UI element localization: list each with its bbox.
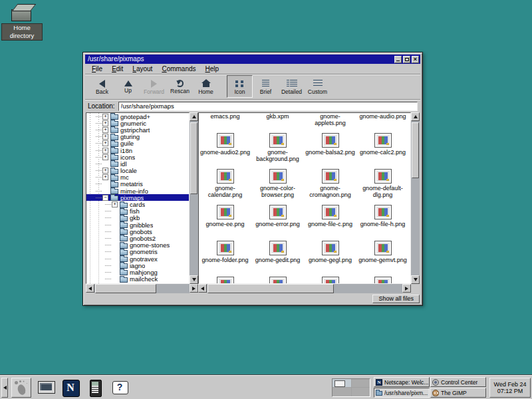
scroll-right-button[interactable] xyxy=(190,284,198,293)
show-all-files-button[interactable]: Show all files xyxy=(372,295,420,303)
expand-icon[interactable]: + xyxy=(112,201,118,207)
workspace-2[interactable] xyxy=(352,379,370,388)
minimize-button[interactable] xyxy=(394,56,402,63)
file-gnome-file-c-png[interactable]: gnome-file-c.png xyxy=(304,203,356,239)
tree-item-gnotravex[interactable]: gnotravex xyxy=(86,255,189,262)
tree-item-icons[interactable]: +icons xyxy=(86,154,189,160)
location-input[interactable] xyxy=(118,102,418,111)
files-vertical-scrollbar[interactable] xyxy=(411,112,420,284)
terminal-button[interactable] xyxy=(36,378,56,398)
file-gkb-xpm[interactable]: gkb.xpm xyxy=(251,112,304,132)
workspace-3[interactable] xyxy=(332,388,351,396)
scroll-left-button[interactable] xyxy=(198,284,207,293)
workspace-4[interactable] xyxy=(352,388,370,396)
file-emacs-png[interactable]: emacs.png xyxy=(199,112,251,132)
panel-hide-left-button[interactable] xyxy=(1,378,8,398)
scroll-down-button[interactable] xyxy=(411,275,420,284)
file-gnome-cromagnon-png[interactable]: gnome-cromagnon.png xyxy=(304,168,356,203)
tree-item-mahjongg[interactable]: mahjongg xyxy=(86,269,189,275)
scrollbar-track[interactable] xyxy=(190,121,198,275)
tree-horizontal-scrollbar[interactable] xyxy=(86,284,198,293)
file-gnome-default-dlg-png[interactable]: gnome-default-dlg.png xyxy=(356,168,409,203)
icon-button[interactable]: Icon xyxy=(227,75,253,98)
menu-commands[interactable]: Commands xyxy=(157,65,200,73)
menu-layout[interactable]: Layout xyxy=(128,65,157,73)
expand-icon[interactable]: + xyxy=(102,134,108,140)
expand-icon[interactable]: + xyxy=(102,174,108,180)
tree-item-fish[interactable]: fish xyxy=(86,208,189,215)
tree-item-idl[interactable]: idl xyxy=(86,160,189,167)
tree-item-gnobots2[interactable]: gnobots2 xyxy=(86,235,189,241)
tree-item-pixmaps[interactable]: −pixmaps xyxy=(86,194,189,201)
task-the-gimp[interactable]: The GIMP xyxy=(430,388,486,398)
brief-button[interactable]: Brief xyxy=(253,75,279,98)
tree-item-locale[interactable]: +locale xyxy=(86,168,189,174)
file-gnome-audio2-png[interactable]: gnome-audio2.png xyxy=(199,132,251,168)
tree-item-gnobots[interactable]: gnobots xyxy=(86,228,189,235)
file-gnome-gegl-png[interactable]: gnome-gegl.png xyxy=(304,239,356,275)
scrollbar-thumb[interactable] xyxy=(412,122,419,178)
menu-help[interactable]: Help xyxy=(201,65,224,73)
workspace-1[interactable] xyxy=(332,379,351,388)
custom-button[interactable]: Custom xyxy=(305,75,331,98)
file-gnome-error-png[interactable]: gnome-error.png xyxy=(251,203,304,239)
tree-item-gkb[interactable]: gkb xyxy=(86,215,189,221)
expand-icon[interactable]: + xyxy=(102,168,108,174)
files-horizontal-scrollbar[interactable] xyxy=(198,284,411,293)
help-button[interactable] xyxy=(110,378,130,398)
gnome-menu-button[interactable] xyxy=(11,378,31,398)
file-gnome-balsa2-png[interactable]: gnome-balsa2.png xyxy=(304,132,356,168)
tree-item-iagno[interactable]: iagno xyxy=(86,262,189,269)
scrollbar-thumb[interactable] xyxy=(190,122,198,194)
tree-item-gnibbles[interactable]: gnibbles xyxy=(86,221,189,228)
window-titlebar[interactable]: /usr/share/pixmaps × xyxy=(85,55,420,64)
tree-item-gnotepad+[interactable]: +gnotepad+ xyxy=(86,113,189,120)
close-button[interactable]: × xyxy=(412,56,419,63)
maximize-button[interactable] xyxy=(403,56,410,63)
expand-icon[interactable]: + xyxy=(102,120,108,126)
rescan-button[interactable]: Rescan xyxy=(167,75,193,98)
tree-item-gnumeric[interactable]: +gnumeric xyxy=(86,120,189,126)
scroll-right-button[interactable] xyxy=(402,284,411,293)
tree-item-gnometris[interactable]: gnometris xyxy=(86,249,189,255)
desk-guide[interactable] xyxy=(332,378,370,397)
desktop-icon-home[interactable]: Home directory xyxy=(1,3,43,41)
task-netscape-welc[interactable]: Netscape: Welc... xyxy=(374,377,430,387)
file-item[interactable] xyxy=(304,275,356,284)
file-gnome-ee-png[interactable]: gnome-ee.png xyxy=(199,203,251,239)
scroll-up-button[interactable] xyxy=(190,112,198,121)
netscape-button[interactable] xyxy=(61,378,80,398)
menu-edit[interactable]: Edit xyxy=(107,65,128,73)
forward-button[interactable]: Forward xyxy=(141,75,167,98)
tree-item-mailcheck[interactable]: mailcheck xyxy=(86,276,189,283)
task-control-center[interactable]: Control Center xyxy=(430,377,486,387)
file-item[interactable] xyxy=(356,275,409,284)
scrollbar-thumb[interactable] xyxy=(207,284,334,293)
tree-vertical-scrollbar[interactable] xyxy=(190,112,198,284)
scroll-left-button[interactable] xyxy=(86,284,94,293)
tree-item-metatris[interactable]: metatris xyxy=(86,181,189,188)
file-gnome-calc2-png[interactable]: gnome-calc2.png xyxy=(356,132,409,168)
expand-icon[interactable]: + xyxy=(102,114,108,120)
tree-item-guile[interactable]: +guile xyxy=(86,140,189,147)
home-button[interactable]: Home xyxy=(193,75,219,98)
collapse-icon[interactable]: − xyxy=(102,195,108,201)
scrollbar-track[interactable] xyxy=(207,284,402,293)
tree-item-gstripchart[interactable]: +gstripchart xyxy=(86,126,189,133)
file-gnome-audio-png[interactable]: gnome-audio.png xyxy=(356,112,409,132)
tree-item-cards[interactable]: +cards xyxy=(86,201,189,207)
scroll-up-button[interactable] xyxy=(411,112,420,121)
expand-icon[interactable]: + xyxy=(102,148,108,154)
scrollbar-track[interactable] xyxy=(411,121,420,275)
keyboard-button[interactable] xyxy=(85,378,105,398)
expand-icon[interactable]: + xyxy=(102,154,108,160)
expand-icon[interactable]: + xyxy=(102,127,108,133)
tree-item-gturing[interactable]: +gturing xyxy=(86,134,189,140)
detailed-button[interactable]: Detailed xyxy=(279,75,305,98)
up-button[interactable]: Up xyxy=(115,75,141,98)
back-button[interactable]: Back xyxy=(89,75,115,98)
scrollbar-track[interactable] xyxy=(94,284,190,293)
file-gnome-background-png[interactable]: gnome-background.png xyxy=(251,132,304,168)
file-gnome-calendar-png[interactable]: gnome-calendar.png xyxy=(199,168,251,203)
tree-item-i18n[interactable]: +i18n xyxy=(86,147,189,154)
